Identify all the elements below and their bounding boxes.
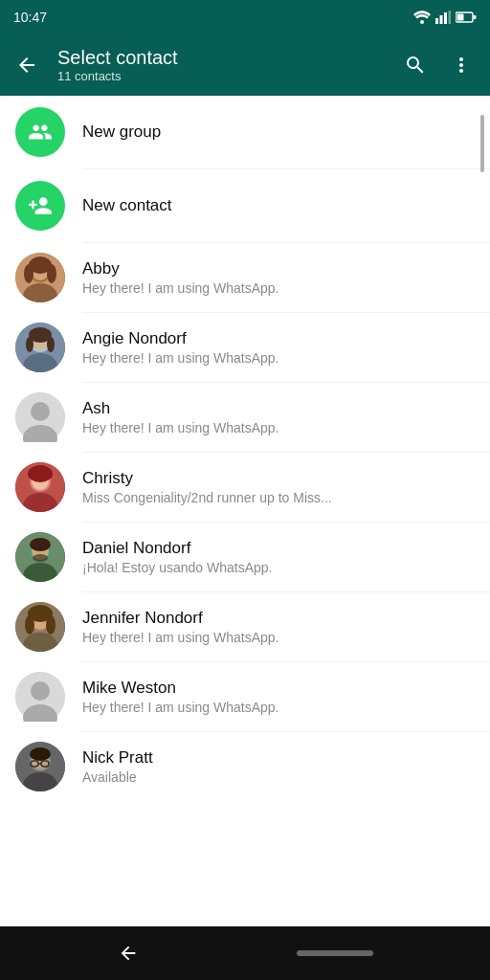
app-bar-subtitle: 11 contacts [57,69,383,83]
avatar [15,672,65,722]
app-bar-actions [394,44,482,86]
contact-status: Hey there! I am using WhatsApp. [82,700,475,715]
more-options-button[interactable] [440,44,482,86]
app-bar-titles: Select contact 11 contacts [57,47,383,83]
avatar [15,742,65,791]
status-bar: 10:47 [0,0,490,34]
avatar [15,323,65,372]
svg-point-34 [30,538,51,551]
contact-row[interactable]: Angie Nondorf Hey there! I am using What… [0,313,490,382]
svg-rect-2 [440,15,443,24]
contact-info: Jennifer Nondorf Hey there! I am using W… [82,609,475,645]
contact-name: Christy [82,469,475,488]
contact-row[interactable]: Christy Miss Congeniality/2nd runner up … [0,453,490,522]
contact-name: Ash [82,399,475,418]
svg-point-13 [24,264,33,283]
svg-point-41 [25,615,34,635]
group-icon [28,120,53,145]
contact-info: Nick Pratt Available [82,748,475,785]
svg-rect-6 [457,14,464,21]
svg-point-29 [28,465,53,482]
avatar-image [15,253,65,302]
contact-row[interactable]: Jennifer Nondorf Hey there! I am using W… [0,592,490,661]
status-time: 10:47 [13,10,47,25]
contact-name: Daniel Nondorf [82,539,475,558]
svg-point-35 [33,554,48,562]
svg-point-44 [31,681,50,701]
contact-info: Abby Hey there! I am using WhatsApp. [82,259,475,296]
contact-info: Daniel Nondorf ¡Hola! Estoy usando Whats… [82,539,475,575]
contact-status: Hey there! I am using WhatsApp. [82,280,475,296]
new-contact-label: New contact [82,196,172,215]
avatar-image [15,462,65,512]
new-contact-icon-circle [15,181,65,231]
contact-status: Available [82,769,475,785]
contact-status: Hey there! I am using WhatsApp. [82,350,475,366]
contact-row[interactable]: Daniel Nondorf ¡Hola! Estoy usando Whats… [0,523,490,591]
person-add-icon [28,193,53,218]
svg-rect-1 [435,18,438,24]
contact-status: Hey there! I am using WhatsApp. [82,630,475,645]
avatar [15,462,65,512]
contacts-list: New group New contact [0,96,490,926]
battery-icon [456,11,477,23]
contact-row[interactable]: Ash Hey there! I am using WhatsApp. [0,383,490,452]
svg-point-21 [47,337,55,352]
svg-rect-3 [444,12,447,24]
avatar [15,532,65,582]
svg-point-14 [47,264,56,283]
contact-name: Mike Weston [82,679,475,698]
contact-row[interactable]: Mike Weston Hey there! I am using WhatsA… [0,662,490,731]
svg-rect-4 [449,11,452,24]
svg-point-0 [420,20,424,24]
new-group-label: New group [82,122,161,142]
nav-back-button[interactable] [118,943,139,964]
back-arrow-icon [15,54,38,77]
contact-status: ¡Hola! Estoy usando WhatsApp. [82,560,475,575]
search-icon [404,54,427,77]
contact-name: Angie Nondorf [82,329,475,348]
app-bar: Select contact 11 contacts [0,34,490,96]
wifi-icon [413,11,431,24]
avatar-image [15,532,65,582]
nav-back-icon [118,943,139,964]
avatar-image [15,742,65,791]
svg-rect-7 [474,15,477,19]
contact-row[interactable]: Nick Pratt Available [0,732,490,801]
svg-point-20 [26,337,33,352]
status-icons [413,11,477,24]
contact-info: Ash Hey there! I am using WhatsApp. [82,399,475,435]
back-button[interactable] [8,46,46,84]
contact-info: Angie Nondorf Hey there! I am using What… [82,329,475,366]
nav-bar [0,926,490,980]
svg-point-50 [30,747,51,761]
avatar [15,392,65,442]
signal-icon [435,11,451,24]
contact-info: Christy Miss Congeniality/2nd runner up … [82,469,475,505]
search-button[interactable] [394,44,436,86]
contact-name: Nick Pratt [82,748,475,768]
svg-point-42 [46,615,56,635]
contact-name: Abby [82,259,475,278]
svg-point-23 [31,402,50,421]
person-silhouette-icon [15,392,65,442]
new-group-item[interactable]: New group [0,96,490,168]
avatar [15,602,65,652]
avatar-image [15,323,65,372]
avatar [15,253,65,302]
contact-name: Jennifer Nondorf [82,609,475,628]
more-vertical-icon [450,54,473,77]
new-contact-item[interactable]: New contact [0,169,490,242]
new-group-icon-circle [15,107,65,157]
contact-row[interactable]: Abby Hey there! I am using WhatsApp. [0,243,490,312]
contact-status: Hey there! I am using WhatsApp. [82,420,475,435]
avatar-image [15,602,65,652]
person-silhouette-icon [15,672,65,722]
app-bar-title: Select contact [57,47,383,69]
nav-home-indicator [297,950,373,956]
contact-info: Mike Weston Hey there! I am using WhatsA… [82,679,475,715]
contact-status: Miss Congeniality/2nd runner up to Miss.… [82,490,475,505]
